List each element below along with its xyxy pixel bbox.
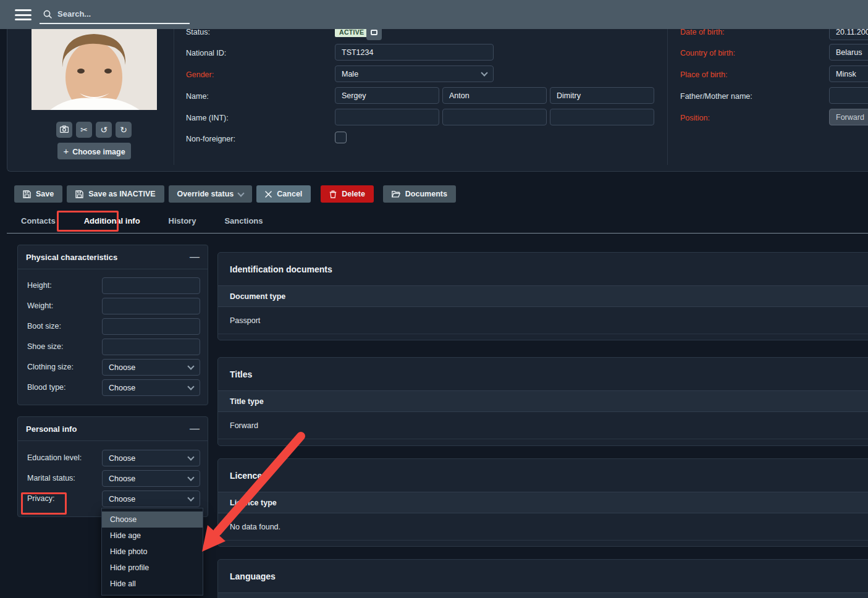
chevron-down-icon — [187, 474, 194, 481]
tab-contacts[interactable]: Contacts — [7, 213, 70, 233]
save-button[interactable]: Save — [14, 185, 62, 203]
chevron-down-icon — [187, 453, 194, 460]
tab-additional-info[interactable]: Additional info — [70, 213, 154, 233]
menu-item-hide-all[interactable]: Hide all — [102, 576, 203, 592]
search-input[interactable] — [57, 9, 162, 19]
rotate-right-icon[interactable]: ↻ — [116, 122, 132, 138]
collapse-icon[interactable]: — — [190, 251, 200, 263]
place-of-birth-label: Place of birth: — [680, 70, 727, 79]
photo-toolbar: ✂ ↺ ↻ — [56, 122, 132, 138]
privacy-label: Privacy: — [27, 494, 54, 503]
menu-item-hide-profile[interactable]: Hide profile — [102, 560, 203, 576]
save-as-inactive-button[interactable]: Save as INACTIVE — [67, 185, 164, 203]
tab-history[interactable]: History — [154, 213, 211, 233]
section-title: Titles — [218, 358, 868, 379]
choose-image-button[interactable]: +Choose image — [57, 143, 131, 159]
national-id-label: National ID: — [186, 49, 226, 57]
trash-icon — [329, 190, 337, 198]
privacy-dropdown-menu: Choose Hide age Hide photo Hide profile … — [101, 508, 203, 596]
blood-type-select[interactable]: Choose — [102, 379, 200, 396]
shoe-size-label: Shoe size: — [27, 342, 63, 351]
chevron-down-icon — [481, 69, 487, 76]
marital-status-select[interactable]: Choose — [102, 470, 200, 487]
empty-state-text: No data found. — [218, 513, 868, 541]
clothing-size-select[interactable]: Choose — [102, 359, 200, 376]
topbar — [0, 0, 868, 29]
name-int-middle-input[interactable] — [442, 109, 547, 125]
blood-type-label: Blood type: — [27, 383, 66, 392]
height-input[interactable] — [102, 277, 200, 294]
panel-title: Personal info — [26, 424, 77, 434]
name-int-first-input[interactable] — [335, 109, 439, 125]
gender-select[interactable]: Male — [335, 65, 494, 82]
table-row[interactable]: Forward — [218, 412, 868, 439]
name-int-last-input[interactable] — [550, 109, 654, 125]
table-row[interactable]: Passport — [218, 307, 868, 334]
gender-label: Gender: — [186, 70, 214, 79]
save-icon — [75, 190, 83, 198]
documents-button[interactable]: Documents — [383, 185, 456, 203]
national-id-input[interactable] — [335, 44, 494, 61]
panel-header[interactable]: Personal info — — [18, 417, 208, 441]
action-bar: Save Save as INACTIVE Override status Ca… — [14, 185, 456, 203]
name-first-input[interactable] — [335, 87, 439, 104]
search-field[interactable] — [40, 5, 190, 24]
parent-name-input[interactable] — [829, 87, 868, 104]
identification-documents-section: Identification documents Document type P… — [217, 252, 868, 340]
physical-characteristics-panel: Physical characteristics — Height: Weigh… — [17, 245, 208, 405]
save-icon — [23, 190, 31, 198]
menu-item-hide-photo[interactable]: Hide photo — [102, 544, 203, 560]
plus-icon: + — [63, 146, 69, 156]
column-header: Document type — [218, 285, 868, 307]
non-foreigner-checkbox[interactable] — [335, 132, 347, 143]
shoe-size-input[interactable] — [102, 339, 200, 355]
panel-title: Physical characteristics — [26, 253, 117, 262]
education-level-label: Education level: — [27, 453, 82, 462]
camera-icon[interactable] — [56, 122, 72, 138]
close-icon — [265, 191, 272, 198]
divider — [174, 29, 174, 165]
tab-sanctions[interactable]: Sanctions — [210, 213, 277, 233]
chevron-down-icon — [238, 190, 245, 196]
divider — [667, 29, 668, 165]
weight-label: Weight: — [27, 301, 53, 310]
section-title: Licences — [218, 459, 868, 481]
personal-info-panel: Personal info — Education level: Choose … — [17, 416, 208, 517]
chevron-down-icon — [187, 383, 194, 390]
country-of-birth-input[interactable] — [829, 44, 868, 61]
name-middle-input[interactable] — [442, 87, 547, 104]
name-last-input[interactable] — [550, 87, 654, 104]
override-status-button[interactable]: Override status — [169, 185, 253, 203]
position-label: Position: — [680, 114, 710, 122]
parent-name-label: Father/Mother name: — [680, 92, 752, 101]
cancel-button[interactable]: Cancel — [256, 185, 311, 203]
square-icon — [371, 30, 377, 35]
section-title: Languages — [218, 560, 868, 581]
chevron-down-icon — [187, 494, 194, 501]
delete-button[interactable]: Delete — [321, 185, 374, 203]
rotate-left-icon[interactable]: ↺ — [96, 122, 112, 138]
section-title: Identification documents — [218, 253, 868, 274]
menu-item-choose[interactable]: Choose — [102, 512, 203, 528]
panel-header[interactable]: Physical characteristics — — [18, 245, 208, 269]
education-level-select[interactable]: Choose — [102, 450, 200, 466]
position-input — [829, 109, 868, 125]
crop-scissors-icon[interactable]: ✂ — [76, 122, 92, 138]
status-label: Status: — [186, 28, 210, 36]
hamburger-menu-icon[interactable] — [15, 9, 32, 20]
non-foreigner-label: Non-foreigner: — [186, 135, 235, 143]
weight-input[interactable] — [102, 298, 200, 314]
country-of-birth-label: Country of birth: — [680, 49, 735, 57]
profile-photo — [32, 29, 157, 110]
menu-item-hide-age[interactable]: Hide age — [102, 528, 203, 544]
boot-size-label: Boot size: — [27, 322, 61, 331]
boot-size-input[interactable] — [102, 318, 200, 335]
tab-bar: Contacts Additional info History Sanctio… — [7, 213, 868, 234]
column-header: Language — [218, 592, 868, 598]
column-header: Licence type — [218, 492, 868, 513]
collapse-icon[interactable]: — — [190, 423, 200, 434]
clothing-size-label: Clothing size: — [27, 363, 74, 371]
place-of-birth-input[interactable] — [829, 65, 868, 82]
languages-section: Languages Language — [217, 559, 868, 598]
privacy-select[interactable]: Choose — [102, 491, 200, 507]
